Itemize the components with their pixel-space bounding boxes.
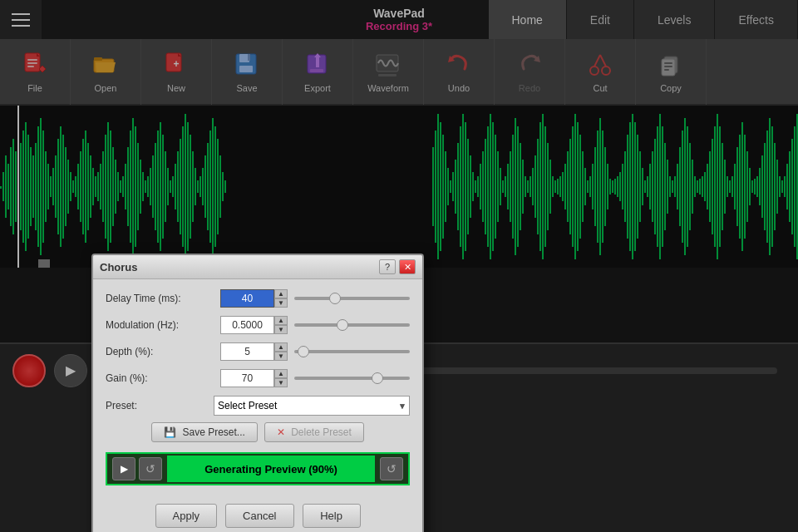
depth-down[interactable]: ▼: [274, 352, 288, 361]
dialog-title: Chorus: [100, 261, 138, 273]
depth-row: Depth (%): ▲ ▼: [106, 342, 410, 361]
modulation-arrows: ▲ ▼: [274, 316, 288, 334]
help-button[interactable]: Help: [303, 504, 361, 528]
delay-time-input[interactable]: [220, 289, 274, 308]
cancel-button[interactable]: Cancel: [225, 504, 293, 528]
dialog-footer: Apply Cancel Help: [93, 504, 422, 532]
preset-row: Preset: Select Preset ▼: [106, 396, 410, 416]
depth-arrows: ▲ ▼: [274, 342, 288, 361]
preview-progress-text: Generating Preview (90%): [204, 463, 337, 475]
delay-time-spinner: ▲ ▼: [220, 289, 288, 308]
depth-slider[interactable]: [294, 350, 410, 353]
delay-time-label: Delay Time (ms):: [106, 293, 214, 304]
gain-slider[interactable]: [294, 377, 410, 380]
preview-loop-button[interactable]: ↺: [139, 457, 162, 480]
preview-reset-button[interactable]: ↺: [380, 457, 403, 480]
depth-label: Depth (%):: [106, 346, 214, 357]
modulation-row: Modulation (Hz): ▲ ▼: [106, 316, 410, 334]
progress-bar: Generating Preview (90%): [167, 456, 375, 482]
preset-buttons: 💾 Save Preset... ✕ Delete Preset: [106, 422, 410, 442]
gain-label: Gain (%):: [106, 372, 214, 384]
apply-button[interactable]: Apply: [155, 504, 218, 528]
modulation-slider[interactable]: [294, 323, 410, 327]
delay-time-row: Delay Time (ms): ▲ ▼: [106, 289, 410, 308]
save-preset-icon: 💾: [164, 426, 176, 438]
modulation-up[interactable]: ▲: [274, 316, 288, 325]
preview-play-button[interactable]: ▶: [112, 457, 135, 480]
depth-thumb[interactable]: [298, 346, 309, 357]
preset-label: Preset:: [106, 400, 214, 411]
dialog-title-bar: Chorus ? ✕: [93, 255, 422, 279]
dialog-help-button[interactable]: ?: [379, 259, 396, 274]
gain-arrows: ▲ ▼: [274, 369, 288, 387]
modulation-down[interactable]: ▼: [274, 325, 288, 334]
preview-area: ▶ ↺ Generating Preview (90%) ↺: [106, 452, 410, 485]
gain-spinner: ▲ ▼: [220, 369, 288, 387]
delay-time-arrows: ▲ ▼: [274, 289, 288, 308]
depth-up[interactable]: ▲: [274, 342, 288, 352]
delay-time-up[interactable]: ▲: [274, 289, 288, 298]
dialog-body: Delay Time (ms): ▲ ▼ Modulation (Hz): ▲ …: [93, 279, 422, 504]
modulation-thumb[interactable]: [337, 319, 348, 331]
delay-time-down[interactable]: ▼: [274, 298, 288, 308]
preview-controls: ▶ ↺: [107, 457, 167, 480]
save-preset-button[interactable]: 💾 Save Preset...: [151, 422, 258, 442]
preset-select[interactable]: Select Preset: [214, 396, 410, 416]
gain-input[interactable]: [220, 369, 274, 387]
gain-thumb[interactable]: [372, 372, 383, 384]
delay-time-slider[interactable]: [294, 297, 410, 300]
delete-preset-button[interactable]: ✕ Delete Preset: [264, 422, 364, 442]
preset-select-wrapper: Select Preset ▼: [214, 396, 410, 416]
chorus-dialog: Chorus ? ✕ Delay Time (ms): ▲ ▼ Modulati…: [91, 254, 424, 532]
gain-row: Gain (%): ▲ ▼: [106, 369, 410, 387]
gain-down[interactable]: ▼: [274, 378, 288, 387]
depth-spinner: ▲ ▼: [220, 342, 288, 361]
delete-preset-icon: ✕: [277, 426, 285, 438]
modulation-input[interactable]: [220, 316, 274, 334]
gain-up[interactable]: ▲: [274, 369, 288, 378]
dialog-close-button[interactable]: ✕: [399, 259, 416, 274]
dialog-window-controls: ? ✕: [379, 259, 416, 274]
modulation-label: Modulation (Hz):: [106, 319, 214, 331]
delay-time-thumb[interactable]: [329, 293, 341, 304]
depth-input[interactable]: [220, 342, 274, 361]
modulation-spinner: ▲ ▼: [220, 316, 288, 334]
